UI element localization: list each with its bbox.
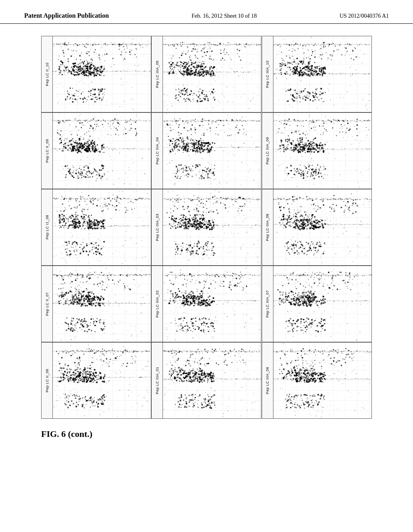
svg-point-8322 [307,322,308,323]
svg-point-8914 [61,380,63,381]
svg-point-2238 [130,130,131,131]
svg-point-5638 [184,199,185,200]
svg-point-8510 [299,313,300,314]
svg-point-4453 [62,216,63,217]
svg-point-10895 [369,379,370,380]
svg-point-6766 [99,305,101,307]
svg-point-2923 [202,118,203,120]
svg-point-6250 [359,247,359,247]
svg-point-1167 [204,43,205,44]
svg-point-10616 [303,395,304,396]
svg-point-10144 [237,378,238,380]
svg-point-4430 [107,208,108,210]
svg-point-10787 [353,351,353,352]
svg-point-10296 [309,370,310,370]
svg-point-1114 [206,91,207,92]
svg-point-4895 [56,198,57,199]
svg-point-9817 [186,403,188,404]
svg-point-3692 [323,133,324,133]
svg-point-5569 [190,237,191,237]
svg-point-6728 [81,291,82,291]
svg-point-1735 [313,73,314,73]
svg-point-3881 [297,147,298,148]
svg-point-7672 [165,313,166,314]
svg-point-10259 [315,349,316,351]
svg-point-2066 [342,45,343,45]
svg-point-7741 [236,274,237,274]
svg-point-348 [74,95,75,97]
svg-point-669 [90,71,90,72]
svg-point-3516 [254,121,256,122]
svg-point-4027 [309,171,309,172]
svg-point-3365 [227,153,228,154]
svg-point-308 [93,67,94,68]
svg-point-2759 [90,120,91,121]
svg-point-9807 [181,396,182,398]
svg-point-260 [92,67,93,69]
svg-point-2028 [294,44,296,45]
svg-point-6240 [300,262,301,263]
svg-point-5050 [136,225,137,226]
svg-point-584 [89,44,90,44]
svg-point-6152 [322,253,324,254]
svg-point-8814 [73,372,74,373]
svg-point-5732 [194,224,194,225]
svg-point-4327 [361,149,362,150]
svg-point-9792 [198,407,199,408]
svg-point-508 [68,67,69,68]
svg-point-2072 [350,44,351,45]
svg-point-4826 [149,260,150,260]
svg-point-9421 [138,377,139,378]
svg-point-9824 [205,405,207,407]
svg-point-10128 [221,378,222,379]
svg-point-540 [71,78,72,79]
svg-point-9171 [100,369,101,370]
svg-point-3683 [326,131,327,132]
svg-point-10582 [323,343,324,343]
svg-point-4214 [333,120,334,121]
svg-point-5148 [173,210,174,211]
svg-point-8730 [58,353,59,354]
svg-point-6345 [298,255,299,256]
svg-point-7535 [188,305,190,306]
svg-point-8409 [276,273,277,274]
svg-point-4618 [75,223,77,225]
svg-point-7074 [133,293,134,294]
svg-point-5370 [198,223,200,224]
svg-point-3399 [178,127,179,128]
svg-point-9687 [214,376,215,377]
svg-point-4580 [103,226,104,227]
svg-point-9234 [103,380,104,380]
svg-point-10720 [273,351,274,352]
svg-point-5819 [299,197,300,198]
svg-point-1112 [200,98,201,100]
svg-point-10890 [365,379,365,380]
svg-point-4143 [350,122,350,123]
svg-point-4150 [340,176,341,177]
svg-point-2705 [90,133,90,134]
svg-point-8406 [311,296,311,297]
svg-point-1835 [321,98,322,99]
svg-point-4960 [132,199,132,200]
svg-point-8589 [343,275,344,276]
svg-point-1020 [185,65,187,67]
svg-point-6502 [350,224,351,225]
svg-point-5035 [118,226,119,227]
svg-point-4207 [325,121,326,122]
svg-point-5808 [297,210,298,211]
svg-point-7599 [191,318,192,319]
svg-point-7639 [210,323,212,324]
svg-point-1198 [171,47,171,48]
svg-point-10573 [330,353,330,353]
svg-point-9589 [202,372,203,373]
svg-point-6161 [289,254,290,255]
svg-point-7656 [243,277,244,278]
svg-point-7858 [227,275,229,276]
svg-point-6065 [307,221,309,223]
svg-point-6457 [302,224,302,225]
svg-point-337 [77,91,78,92]
svg-point-2776 [113,120,114,121]
svg-point-3558 [203,147,204,148]
svg-point-3642 [298,131,299,132]
svg-point-1517 [292,51,293,52]
